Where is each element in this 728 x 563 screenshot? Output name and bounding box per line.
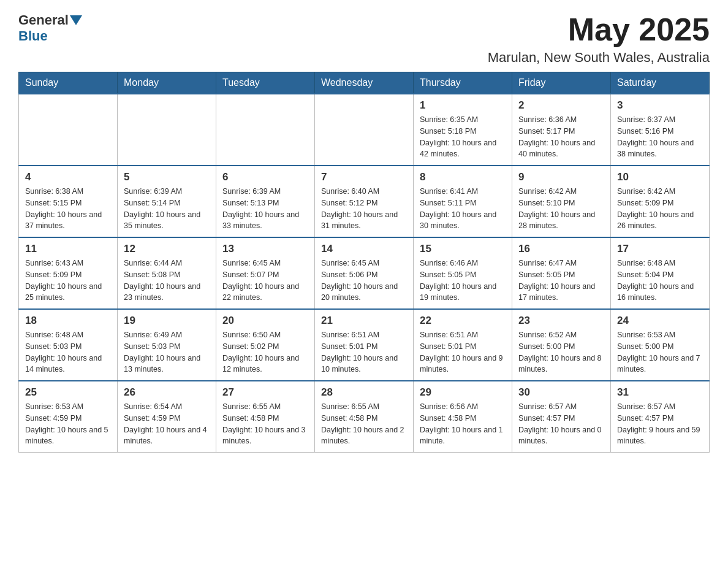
day-number: 12 [124, 243, 210, 255]
day-number: 17 [617, 243, 703, 255]
day-number: 19 [124, 315, 210, 327]
day-info: Sunrise: 6:57 AM Sunset: 4:57 PM Dayligh… [617, 401, 703, 447]
day-number: 11 [25, 243, 111, 255]
calendar-cell [216, 94, 315, 166]
calendar-cell: 10Sunrise: 6:42 AM Sunset: 5:09 PM Dayli… [611, 166, 710, 237]
calendar-cell: 31Sunrise: 6:57 AM Sunset: 4:57 PM Dayli… [611, 381, 710, 453]
day-number: 2 [518, 99, 604, 112]
day-info: Sunrise: 6:48 AM Sunset: 5:03 PM Dayligh… [25, 329, 111, 375]
calendar-cell: 1Sunrise: 6:35 AM Sunset: 5:18 PM Daylig… [414, 94, 512, 166]
page-header: General Blue May 2025 Marulan, New South… [18, 12, 710, 66]
day-info: Sunrise: 6:50 AM Sunset: 5:02 PM Dayligh… [222, 329, 308, 375]
day-number: 20 [222, 315, 308, 327]
day-info: Sunrise: 6:44 AM Sunset: 5:08 PM Dayligh… [124, 258, 210, 304]
day-info: Sunrise: 6:56 AM Sunset: 4:58 PM Dayligh… [420, 401, 506, 447]
calendar-cell: 20Sunrise: 6:50 AM Sunset: 5:02 PM Dayli… [216, 309, 315, 381]
day-info: Sunrise: 6:53 AM Sunset: 5:00 PM Dayligh… [617, 329, 703, 375]
calendar-cell: 13Sunrise: 6:45 AM Sunset: 5:07 PM Dayli… [216, 237, 315, 309]
day-info: Sunrise: 6:52 AM Sunset: 5:00 PM Dayligh… [518, 329, 604, 375]
week-row-1: 1Sunrise: 6:35 AM Sunset: 5:18 PM Daylig… [19, 94, 710, 166]
calendar-cell: 8Sunrise: 6:41 AM Sunset: 5:11 PM Daylig… [414, 166, 512, 237]
day-info: Sunrise: 6:36 AM Sunset: 5:17 PM Dayligh… [518, 114, 604, 160]
location-title: Marulan, New South Wales, Australia [488, 50, 710, 66]
day-info: Sunrise: 6:38 AM Sunset: 5:15 PM Dayligh… [25, 186, 111, 232]
calendar-cell: 7Sunrise: 6:40 AM Sunset: 5:12 PM Daylig… [315, 166, 414, 237]
calendar-cell: 27Sunrise: 6:55 AM Sunset: 4:58 PM Dayli… [216, 381, 315, 453]
day-info: Sunrise: 6:42 AM Sunset: 5:10 PM Dayligh… [518, 186, 604, 232]
day-number: 16 [518, 243, 604, 255]
day-info: Sunrise: 6:55 AM Sunset: 4:58 PM Dayligh… [222, 401, 308, 447]
calendar-cell: 2Sunrise: 6:36 AM Sunset: 5:17 PM Daylig… [512, 94, 611, 166]
logo: General Blue [18, 12, 83, 44]
calendar-cell: 15Sunrise: 6:46 AM Sunset: 5:05 PM Dayli… [414, 237, 512, 309]
calendar-cell [19, 94, 118, 166]
day-info: Sunrise: 6:42 AM Sunset: 5:09 PM Dayligh… [617, 186, 703, 232]
day-number: 26 [124, 386, 210, 399]
calendar-cell: 16Sunrise: 6:47 AM Sunset: 5:05 PM Dayli… [512, 237, 611, 309]
day-number: 1 [420, 99, 506, 112]
logo-general-text: General [18, 12, 69, 28]
day-info: Sunrise: 6:39 AM Sunset: 5:13 PM Dayligh… [222, 186, 308, 232]
calendar-cell: 23Sunrise: 6:52 AM Sunset: 5:00 PM Dayli… [512, 309, 611, 381]
day-info: Sunrise: 6:39 AM Sunset: 5:14 PM Dayligh… [124, 186, 210, 232]
calendar-cell: 19Sunrise: 6:49 AM Sunset: 5:03 PM Dayli… [118, 309, 216, 381]
day-info: Sunrise: 6:57 AM Sunset: 4:57 PM Dayligh… [518, 401, 604, 447]
logo-blue-text: Blue [18, 28, 48, 44]
calendar-cell: 17Sunrise: 6:48 AM Sunset: 5:04 PM Dayli… [611, 237, 710, 309]
day-info: Sunrise: 6:35 AM Sunset: 5:18 PM Dayligh… [420, 114, 506, 160]
day-header-sunday: Sunday [19, 72, 118, 94]
day-info: Sunrise: 6:47 AM Sunset: 5:05 PM Dayligh… [518, 258, 604, 304]
day-header-tuesday: Tuesday [216, 72, 315, 94]
calendar-cell: 22Sunrise: 6:51 AM Sunset: 5:01 PM Dayli… [414, 309, 512, 381]
day-number: 27 [222, 386, 308, 399]
day-number: 25 [25, 386, 111, 399]
day-number: 23 [518, 315, 604, 327]
day-number: 10 [617, 171, 703, 183]
day-number: 13 [222, 243, 308, 255]
week-row-2: 4Sunrise: 6:38 AM Sunset: 5:15 PM Daylig… [19, 166, 710, 237]
day-info: Sunrise: 6:41 AM Sunset: 5:11 PM Dayligh… [420, 186, 506, 232]
day-number: 21 [321, 315, 407, 327]
month-title: May 2025 [488, 12, 710, 47]
day-number: 7 [321, 171, 407, 183]
day-info: Sunrise: 6:49 AM Sunset: 5:03 PM Dayligh… [124, 329, 210, 375]
day-header-wednesday: Wednesday [315, 72, 414, 94]
day-number: 8 [420, 171, 506, 183]
week-row-4: 18Sunrise: 6:48 AM Sunset: 5:03 PM Dayli… [19, 309, 710, 381]
calendar-cell: 26Sunrise: 6:54 AM Sunset: 4:59 PM Dayli… [118, 381, 216, 453]
day-header-saturday: Saturday [611, 72, 710, 94]
day-number: 6 [222, 171, 308, 183]
calendar-cell: 6Sunrise: 6:39 AM Sunset: 5:13 PM Daylig… [216, 166, 315, 237]
day-number: 24 [617, 315, 703, 327]
day-number: 29 [420, 386, 506, 399]
day-number: 9 [518, 171, 604, 183]
calendar-header-row: SundayMondayTuesdayWednesdayThursdayFrid… [19, 72, 710, 94]
day-info: Sunrise: 6:54 AM Sunset: 4:59 PM Dayligh… [124, 401, 210, 447]
day-info: Sunrise: 6:45 AM Sunset: 5:06 PM Dayligh… [321, 258, 407, 304]
calendar-cell: 4Sunrise: 6:38 AM Sunset: 5:15 PM Daylig… [19, 166, 118, 237]
day-number: 22 [420, 315, 506, 327]
calendar-cell: 12Sunrise: 6:44 AM Sunset: 5:08 PM Dayli… [118, 237, 216, 309]
day-header-friday: Friday [512, 72, 611, 94]
calendar-cell: 18Sunrise: 6:48 AM Sunset: 5:03 PM Dayli… [19, 309, 118, 381]
calendar-cell [118, 94, 216, 166]
calendar-cell: 3Sunrise: 6:37 AM Sunset: 5:16 PM Daylig… [611, 94, 710, 166]
day-header-monday: Monday [118, 72, 216, 94]
week-row-3: 11Sunrise: 6:43 AM Sunset: 5:09 PM Dayli… [19, 237, 710, 309]
calendar-cell: 28Sunrise: 6:55 AM Sunset: 4:58 PM Dayli… [315, 381, 414, 453]
day-info: Sunrise: 6:48 AM Sunset: 5:04 PM Dayligh… [617, 258, 703, 304]
day-info: Sunrise: 6:51 AM Sunset: 5:01 PM Dayligh… [420, 329, 506, 375]
day-number: 31 [617, 386, 703, 399]
calendar-cell: 14Sunrise: 6:45 AM Sunset: 5:06 PM Dayli… [315, 237, 414, 309]
day-info: Sunrise: 6:55 AM Sunset: 4:58 PM Dayligh… [321, 401, 407, 447]
calendar-cell: 5Sunrise: 6:39 AM Sunset: 5:14 PM Daylig… [118, 166, 216, 237]
calendar-cell: 21Sunrise: 6:51 AM Sunset: 5:01 PM Dayli… [315, 309, 414, 381]
day-info: Sunrise: 6:40 AM Sunset: 5:12 PM Dayligh… [321, 186, 407, 232]
day-info: Sunrise: 6:51 AM Sunset: 5:01 PM Dayligh… [321, 329, 407, 375]
logo-arrow-icon [70, 15, 82, 25]
day-number: 28 [321, 386, 407, 399]
day-number: 14 [321, 243, 407, 255]
day-number: 18 [25, 315, 111, 327]
calendar-cell: 29Sunrise: 6:56 AM Sunset: 4:58 PM Dayli… [414, 381, 512, 453]
calendar-cell: 25Sunrise: 6:53 AM Sunset: 4:59 PM Dayli… [19, 381, 118, 453]
